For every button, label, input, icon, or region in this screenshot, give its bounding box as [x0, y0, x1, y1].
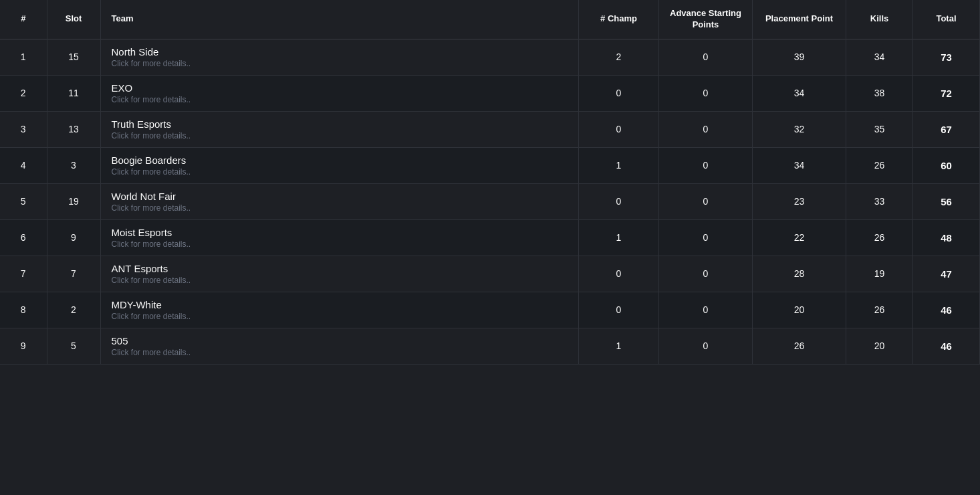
cell-placement: 28: [753, 256, 846, 292]
cell-rank: 5: [0, 183, 47, 219]
cell-placement: 26: [753, 328, 846, 364]
cell-slot: 19: [47, 183, 100, 219]
cell-team: North Side Click for more details..: [100, 39, 579, 75]
cell-placement: 34: [753, 75, 846, 111]
leaderboard-table-container: # Slot Team # Champ Advance Starting Poi…: [0, 0, 980, 365]
table-row[interactable]: 5 19 World Not Fair Click for more detai…: [0, 183, 980, 219]
cell-slot: 3: [47, 147, 100, 183]
cell-team: Moist Esports Click for more details..: [100, 219, 579, 256]
cell-slot: 15: [47, 39, 100, 75]
table-row[interactable]: 1 15 North Side Click for more details..…: [0, 39, 980, 75]
cell-advance: 0: [659, 147, 753, 183]
cell-rank: 6: [0, 219, 47, 256]
cell-kills: 26: [846, 147, 913, 183]
team-detail: Click for more details..: [112, 59, 568, 68]
team-name: Boogie Boarders: [112, 155, 568, 166]
cell-team: Truth Esports Click for more details..: [100, 111, 579, 147]
cell-rank: 1: [0, 39, 47, 75]
cell-advance: 0: [659, 328, 753, 364]
team-detail: Click for more details..: [112, 312, 568, 321]
team-name: MDY-White: [112, 299, 568, 310]
table-row[interactable]: 8 2 MDY-White Click for more details.. 0…: [0, 292, 980, 328]
header-slot: Slot: [47, 0, 100, 39]
cell-kills: 26: [846, 219, 913, 256]
cell-champ: 0: [579, 292, 659, 328]
cell-rank: 8: [0, 292, 47, 328]
team-detail: Click for more details..: [112, 95, 568, 104]
cell-team: EXO Click for more details..: [100, 75, 579, 111]
cell-kills: 35: [846, 111, 913, 147]
cell-advance: 0: [659, 111, 753, 147]
cell-champ: 2: [579, 39, 659, 75]
cell-total: 67: [913, 111, 980, 147]
cell-champ: 1: [579, 328, 659, 364]
cell-champ: 0: [579, 256, 659, 292]
cell-total: 47: [913, 256, 980, 292]
header-champ: # Champ: [579, 0, 659, 39]
cell-team: 505 Click for more details..: [100, 328, 579, 364]
cell-advance: 0: [659, 183, 753, 219]
cell-total: 60: [913, 147, 980, 183]
cell-kills: 34: [846, 39, 913, 75]
cell-slot: 11: [47, 75, 100, 111]
cell-placement: 34: [753, 147, 846, 183]
team-name: ANT Esports: [112, 263, 568, 274]
cell-total: 48: [913, 219, 980, 256]
team-name: Moist Esports: [112, 227, 568, 238]
team-detail: Click for more details..: [112, 203, 568, 213]
cell-slot: 13: [47, 111, 100, 147]
cell-champ: 1: [579, 219, 659, 256]
team-detail: Click for more details..: [112, 167, 568, 177]
cell-kills: 26: [846, 292, 913, 328]
team-name: EXO: [112, 82, 568, 94]
table-row[interactable]: 6 9 Moist Esports Click for more details…: [0, 219, 980, 256]
cell-team: Boogie Boarders Click for more details..: [100, 147, 579, 183]
cell-slot: 7: [47, 256, 100, 292]
cell-team: MDY-White Click for more details..: [100, 292, 579, 328]
cell-champ: 0: [579, 183, 659, 219]
leaderboard-table: # Slot Team # Champ Advance Starting Poi…: [0, 0, 980, 365]
team-name: Truth Esports: [112, 118, 568, 130]
cell-kills: 38: [846, 75, 913, 111]
header-kills: Kills: [846, 0, 913, 39]
team-detail: Click for more details..: [112, 276, 568, 285]
table-row[interactable]: 4 3 Boogie Boarders Click for more detai…: [0, 147, 980, 183]
table-row[interactable]: 7 7 ANT Esports Click for more details..…: [0, 256, 980, 292]
cell-advance: 0: [659, 219, 753, 256]
cell-rank: 2: [0, 75, 47, 111]
cell-rank: 7: [0, 256, 47, 292]
team-detail: Click for more details..: [112, 348, 568, 357]
cell-advance: 0: [659, 39, 753, 75]
cell-champ: 1: [579, 147, 659, 183]
cell-total: 56: [913, 183, 980, 219]
team-detail: Click for more details..: [112, 131, 568, 140]
cell-advance: 0: [659, 292, 753, 328]
cell-placement: 22: [753, 219, 846, 256]
header-placement: Placement Point: [753, 0, 846, 39]
cell-rank: 3: [0, 111, 47, 147]
table-header-row: # Slot Team # Champ Advance Starting Poi…: [0, 0, 980, 39]
team-name: World Not Fair: [112, 191, 568, 202]
cell-slot: 9: [47, 219, 100, 256]
cell-placement: 39: [753, 39, 846, 75]
cell-total: 72: [913, 75, 980, 111]
cell-placement: 32: [753, 111, 846, 147]
cell-placement: 23: [753, 183, 846, 219]
cell-slot: 2: [47, 292, 100, 328]
table-row[interactable]: 2 11 EXO Click for more details.. 0 0 34…: [0, 75, 980, 111]
cell-placement: 20: [753, 292, 846, 328]
table-row[interactable]: 3 13 Truth Esports Click for more detail…: [0, 111, 980, 147]
header-advance: Advance Starting Points: [659, 0, 753, 39]
cell-slot: 5: [47, 328, 100, 364]
header-rank: #: [0, 0, 47, 39]
cell-total: 46: [913, 328, 980, 364]
header-team: Team: [100, 0, 579, 39]
cell-champ: 0: [579, 75, 659, 111]
cell-kills: 19: [846, 256, 913, 292]
cell-champ: 0: [579, 111, 659, 147]
cell-advance: 0: [659, 256, 753, 292]
cell-rank: 9: [0, 328, 47, 364]
header-total: Total: [913, 0, 980, 39]
cell-total: 46: [913, 292, 980, 328]
table-row[interactable]: 9 5 505 Click for more details.. 1 0 26 …: [0, 328, 980, 364]
